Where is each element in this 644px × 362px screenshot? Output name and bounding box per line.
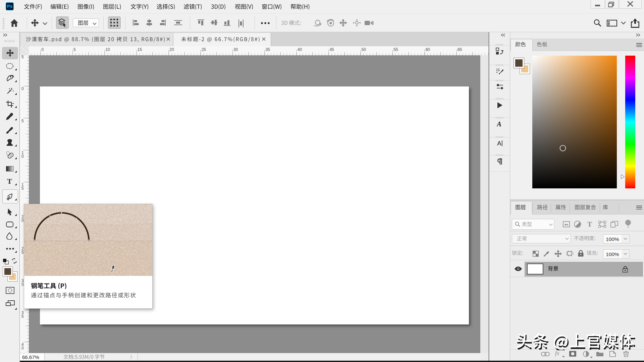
- svg-text:T: T: [587, 221, 592, 228]
- svg-text:T: T: [7, 178, 12, 185]
- svg-text:A: A: [497, 140, 501, 147]
- svg-text:A: A: [497, 121, 501, 128]
